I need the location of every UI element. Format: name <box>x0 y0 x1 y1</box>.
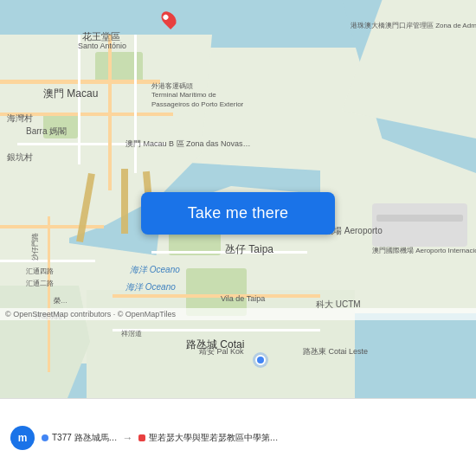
road-minor-1 <box>17 143 164 145</box>
moovit-logo-circle: m <box>10 426 35 450</box>
road-vert-1 <box>108 35 112 190</box>
route-from-dot <box>42 434 48 441</box>
bridge-2 <box>121 169 128 234</box>
road-vert-3 <box>78 35 80 164</box>
current-location-dot <box>255 355 266 365</box>
destination-pin <box>163 10 175 28</box>
button-overlay: Take me there <box>141 192 335 235</box>
map-container[interactable]: 花王堂區 Santo António 澳門 Macau 氹仔 Taipa 路氹城… <box>0 0 476 398</box>
route-to: 聖若瑟大學與聖若瑟教區中學第… <box>138 432 279 444</box>
road-cotai-main <box>113 294 320 298</box>
map-attribution: © OpenStreetMap contributors · © OpenMap… <box>0 308 476 320</box>
park-2 <box>43 113 78 138</box>
runway <box>376 215 463 222</box>
bottom-bar: m T377 路氹城馬… → 聖若瑟大學與聖若瑟教區中學第… <box>0 398 476 476</box>
road-taipa-2 <box>151 251 307 254</box>
take-me-there-button[interactable]: Take me there <box>141 192 335 235</box>
route-from-label: T377 路氹城馬… <box>52 432 118 444</box>
route-to-dot <box>138 434 145 441</box>
road-cotai-1 <box>0 225 104 228</box>
moovit-logo: m <box>10 426 35 450</box>
route-to-label: 聖若瑟大學與聖若瑟教區中學第… <box>149 432 279 444</box>
airport-area <box>372 203 467 247</box>
route-info: T377 路氹城馬… → 聖若瑟大學與聖若瑟教區中學第… <box>42 432 466 444</box>
road-cotai-3 <box>113 329 320 331</box>
route-from: T377 路氹城馬… <box>42 432 118 444</box>
road-vert-coloane <box>48 216 50 372</box>
road-major-2 <box>0 113 173 116</box>
road-vert-2 <box>134 35 137 173</box>
route-arrow-icon: → <box>123 432 133 444</box>
